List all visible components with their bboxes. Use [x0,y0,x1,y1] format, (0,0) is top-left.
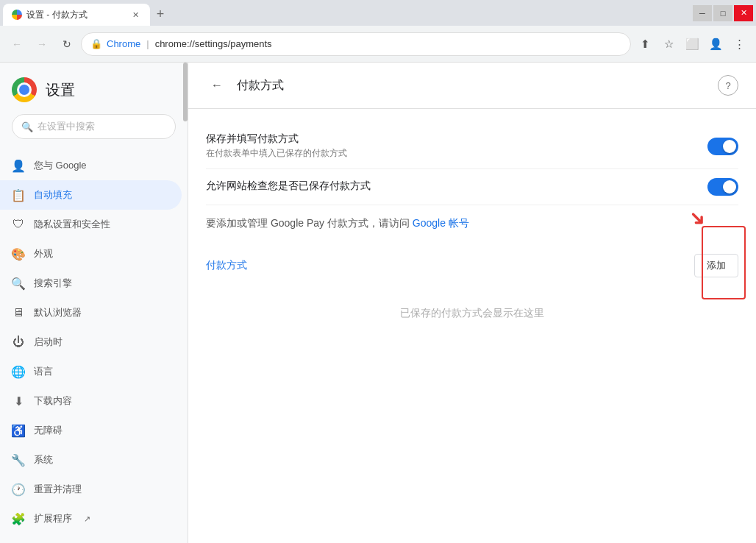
menu-icon[interactable]: ⋮ [728,33,750,55]
language-nav-icon: 🌐 [12,365,25,379]
url-lock-icon: 🔒 [90,38,102,49]
main-layout: 设置 🔍 在设置中搜索 👤 您与 Google 📋 自动填充 🛡 隐私设置和安全… [0,63,756,543]
check-payment-toggle[interactable] [707,178,738,196]
window-controls: ─ □ ✕ [693,0,756,26]
sidebar-item-language[interactable]: 🌐 语言 [0,357,182,386]
sidebar-label-appearance: 外观 [34,247,53,260]
tab-close-button[interactable]: ✕ [129,9,141,21]
payment-methods-section: 付款方式 添加 已保存的付款方式会显示在这里 [206,242,738,349]
search-placeholder: 在设置中搜索 [38,120,95,133]
content-header: ← 付款方式 ? [188,63,756,109]
add-payment-button[interactable]: 添加 [694,254,738,277]
sidebar-item-system[interactable]: 🔧 系统 [0,445,182,475]
setting-row-check-payment: 允许网站检查您是否已保存付款方式 [206,169,738,205]
minimize-button[interactable]: ─ [693,5,712,21]
sidebar-item-extensions[interactable]: 🧩 扩展程序 ↗ [0,504,182,533]
help-button[interactable]: ? [718,75,738,96]
browser-nav-icon: 🖥 [12,306,25,319]
sidebar-item-browser[interactable]: 🖥 默认浏览器 [0,298,182,327]
sidebar-label-autofill: 自动填充 [34,188,72,202]
appearance-nav-icon: 🎨 [12,247,25,261]
back-nav-button[interactable]: ← [6,33,28,55]
sidebar-scroll-track [183,63,188,543]
close-button[interactable]: ✕ [734,5,753,21]
system-nav-icon: 🔧 [12,453,25,467]
content-back-button[interactable]: ← [206,74,228,96]
save-payment-text: 保存并填写付款方式 在付款表单中填入已保存的付款方式 [206,132,707,160]
sidebar-label-download: 下载内容 [34,394,72,408]
new-tab-button[interactable]: + [150,4,171,24]
sidebar-item-startup[interactable]: ⏻ 启动时 [0,327,182,357]
sidebar-item-about[interactable]: 🛡 关于 Chrome [0,533,182,543]
sidebar-label-startup: 启动时 [34,336,63,349]
sidebar-label-language: 语言 [34,365,53,378]
check-payment-text: 允许网站检查您是否已保存付款方式 [206,180,707,194]
startup-nav-icon: ⏻ [12,336,25,349]
extensions-external-icon: ↗ [84,514,90,524]
refresh-button[interactable]: ↻ [56,33,78,55]
sidebar-label-privacy: 隐私设置和安全性 [34,218,110,231]
google-pay-link[interactable]: Google 帐号 [413,217,469,229]
address-bar-actions: ⬆ ☆ ⬜ 👤 ⋮ [634,33,750,55]
tab-favicon [12,10,22,20]
sidebar-label-reset: 重置并清理 [34,483,82,496]
save-payment-toggle[interactable] [707,138,738,155]
tab-area: 设置 - 付款方式 ✕ + [0,0,693,26]
sidebar-item-appearance[interactable]: 🎨 外观 [0,239,182,269]
reset-nav-icon: 🕐 [12,483,25,497]
search-nav-icon: 🔍 [12,277,25,291]
toggle1-wrap [707,138,738,155]
download-nav-icon: ⬇ [12,394,25,408]
sidebar-item-privacy[interactable]: 🛡 隐私设置和安全性 [0,210,182,239]
payment-methods-header: 付款方式 添加 [206,254,738,277]
sidebar-label-search: 搜索引擎 [34,277,72,290]
save-payment-sublabel: 在付款表单中填入已保存的付款方式 [206,147,707,160]
sidebar-item-search[interactable]: 🔍 搜索引擎 [0,269,182,298]
search-icon: 🔍 [21,121,33,132]
sidebar-scroll-thumb[interactable] [183,63,188,121]
setting-row-save-payment: 保存并填写付款方式 在付款表单中填入已保存的付款方式 [206,124,738,169]
google-pay-text: 要添加或管理 Google Pay 付款方式，请访问 [206,217,410,229]
profile-icon[interactable]: 👤 [705,33,727,55]
sidebar-label-google: 您与 Google [34,159,87,172]
sidebar-item-google[interactable]: 👤 您与 Google [0,151,182,180]
sidebar-item-download[interactable]: ⬇ 下载内容 [0,386,182,416]
sidebar-label-accessibility: 无障碍 [34,424,63,437]
share-icon[interactable]: ⬆ [634,33,656,55]
privacy-nav-icon: 🛡 [12,218,25,231]
sidebar-item-autofill[interactable]: 📋 自动填充 [0,180,182,210]
url-separator: | [146,38,149,49]
empty-state-message: 已保存的付款方式会显示在这里 [206,289,738,338]
toggle2-wrap [707,178,738,196]
settings-search-bar[interactable]: 🔍 在设置中搜索 [12,114,176,139]
google-nav-icon: 👤 [12,159,25,173]
url-chrome-label: Chrome [107,38,140,49]
autofill-nav-icon: 📋 [12,188,25,202]
tab-label: 设置 - 付款方式 [26,9,88,21]
content-page-title: 付款方式 [237,78,709,93]
settings-header: 设置 [0,68,188,114]
address-bar: ← → ↻ 🔒 Chrome | chrome://settings/payme… [0,26,756,63]
split-view-icon[interactable]: ⬜ [681,33,703,55]
sidebar-label-extensions: 扩展程序 [34,512,72,525]
sidebar: 设置 🔍 在设置中搜索 👤 您与 Google 📋 自动填充 🛡 隐私设置和安全… [0,63,188,543]
sidebar-label-browser: 默认浏览器 [34,306,82,319]
content-section: 保存并填写付款方式 在付款表单中填入已保存的付款方式 允许网站检查您是否已保存付… [188,109,756,364]
google-pay-row: 要添加或管理 Google Pay 付款方式，请访问 Google 帐号 [206,205,738,242]
check-payment-label: 允许网站检查您是否已保存付款方式 [206,180,707,193]
bookmark-icon[interactable]: ☆ [657,33,680,55]
chrome-logo [12,77,37,102]
forward-nav-button[interactable]: → [31,33,53,55]
url-path: chrome://settings/payments [155,38,272,49]
title-bar: 设置 - 付款方式 ✕ + ─ □ ✕ [0,0,756,26]
sidebar-item-accessibility[interactable]: ♿ 无障碍 [0,416,182,445]
active-tab[interactable]: 设置 - 付款方式 ✕ [3,4,150,26]
settings-page-title: 设置 [46,80,75,100]
url-bar[interactable]: 🔒 Chrome | chrome://settings/payments [81,32,631,56]
sidebar-item-reset[interactable]: 🕐 重置并清理 [0,475,182,504]
sidebar-label-system: 系统 [34,453,53,466]
extensions-nav-icon: 🧩 [12,512,25,526]
payment-methods-label: 付款方式 [206,259,694,272]
maximize-button[interactable]: □ [713,5,732,21]
content-area: ← 付款方式 ? 保存并填写付款方式 在付款表单中填入已保存的付款方式 允许网站… [188,63,756,543]
